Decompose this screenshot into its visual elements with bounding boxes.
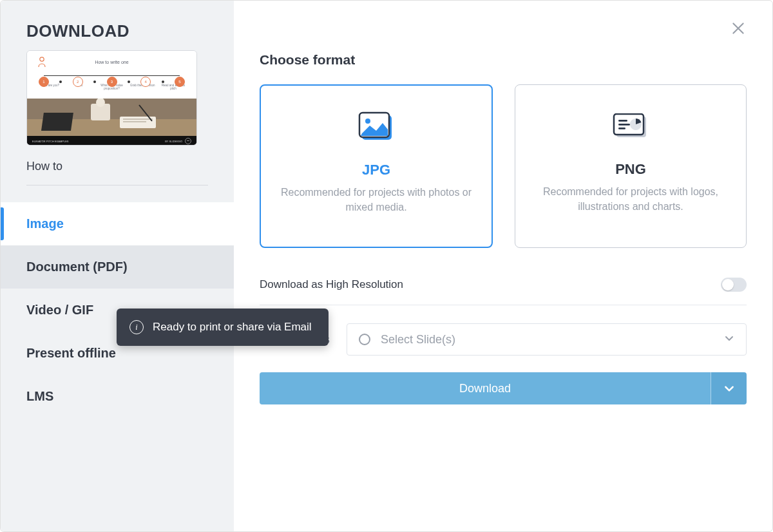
tooltip-text: Ready to print or share via Email: [153, 321, 312, 334]
project-name: How to: [1, 152, 234, 185]
step-3: 3: [107, 77, 117, 87]
close-button[interactable]: [730, 20, 747, 39]
project-thumbnail-wrap: How to write one 1 2 3 4 5 Who a: [1, 50, 234, 152]
radio-icon: [359, 334, 370, 345]
svg-point-11: [365, 119, 370, 124]
sidebar-title: DOWNLOAD: [1, 1, 234, 50]
main-panel: Choose format JPG Recommended for projec…: [234, 1, 772, 531]
format-label-png: PNG: [615, 161, 646, 178]
select-placeholder: Select Slide(s): [381, 333, 714, 347]
nav-item-image[interactable]: Image: [1, 202, 234, 245]
svg-rect-6: [123, 119, 153, 120]
tooltip: i Ready to print or share via Email: [117, 309, 329, 346]
info-icon: i: [129, 320, 144, 334]
arrow-right-icon: [185, 138, 191, 144]
select-slides-dropdown[interactable]: Select Slide(s): [347, 323, 747, 356]
format-desc-jpg: Recommended for projects with photos or …: [280, 185, 473, 214]
close-icon: [730, 20, 747, 37]
format-cards: JPG Recommended for projects with photos…: [260, 84, 747, 248]
document-chart-icon: [613, 111, 649, 142]
download-button[interactable]: Download: [260, 372, 711, 404]
hires-toggle[interactable]: [721, 278, 747, 292]
nav-item-lms[interactable]: LMS: [1, 375, 234, 418]
svg-rect-16: [618, 128, 625, 129]
format-card-jpg[interactable]: JPG Recommended for projects with photos…: [260, 84, 493, 248]
hires-label: Download as High Resolution: [260, 278, 403, 291]
project-thumbnail[interactable]: How to write one 1 2 3 4 5 Who a: [26, 50, 197, 146]
choose-format-title: Choose format: [260, 52, 747, 68]
thumb-inner-title: How to write one: [27, 60, 196, 64]
download-modal: DOWNLOAD How to write one 1 2 3: [0, 0, 773, 532]
chevron-down-icon: [723, 383, 735, 394]
sidebar: DOWNLOAD How to write one 1 2 3: [1, 1, 234, 531]
image-icon: [358, 111, 394, 142]
nav-item-document[interactable]: Document (PDF): [1, 245, 234, 289]
chevron-down-icon: [724, 333, 734, 346]
format-label-jpg: JPG: [362, 162, 390, 178]
download-row: Download: [260, 372, 747, 404]
svg-rect-7: [123, 121, 146, 122]
slides-row: All Slides Select Slide(s): [260, 323, 747, 356]
download-options-button[interactable]: [711, 372, 747, 404]
step-5: 5: [175, 77, 185, 87]
svg-rect-8: [41, 113, 73, 131]
svg-rect-15: [618, 124, 630, 126]
toggle-knob: [722, 279, 734, 290]
format-desc-png: Recommended for projects with logos, ill…: [534, 184, 727, 214]
step-2: 2: [73, 77, 83, 87]
divider: [260, 305, 747, 305]
format-card-png[interactable]: PNG Recommended for projects with logos,…: [515, 84, 747, 248]
hires-row: Download as High Resolution: [260, 278, 747, 292]
step-1: 1: [39, 77, 49, 87]
svg-rect-14: [618, 120, 627, 122]
